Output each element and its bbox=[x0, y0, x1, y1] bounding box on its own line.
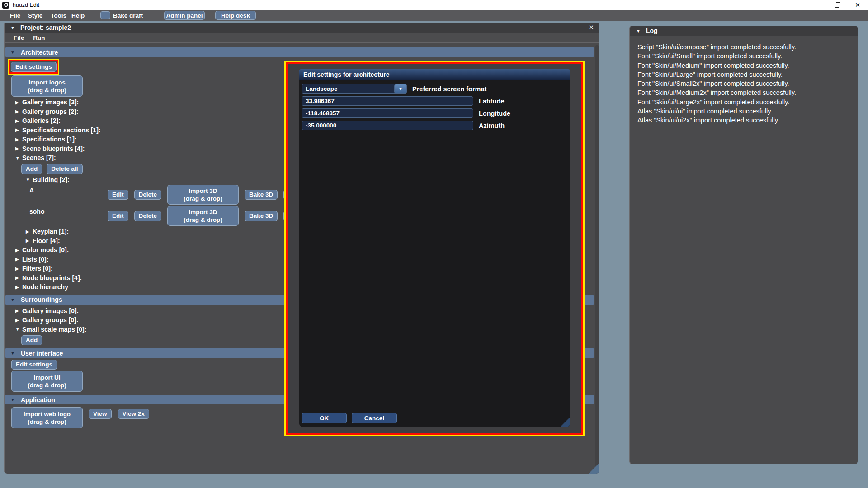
section-header-architecture[interactable]: ▼Architecture bbox=[5, 47, 594, 57]
dialog-resize-grip[interactable] bbox=[560, 417, 570, 427]
collapse-triangle-icon: ▼ bbox=[10, 25, 15, 30]
section-label: User interface bbox=[21, 350, 63, 357]
field-row-longitude: Longitude bbox=[302, 108, 570, 118]
app-menubar: File Style Tools Help Bake draft Admin p… bbox=[0, 10, 868, 21]
longitude-input[interactable] bbox=[302, 108, 473, 118]
ok-button[interactable]: OK bbox=[302, 413, 347, 423]
scene-soho-edit-button[interactable]: Edit bbox=[108, 211, 128, 221]
button-line: (drag & drop) bbox=[28, 86, 66, 94]
button-line: Import UI bbox=[33, 374, 60, 381]
button-line: (drag & drop) bbox=[28, 381, 66, 389]
window-controls: ✕ bbox=[806, 0, 868, 10]
web-logo-view-buttons: ViewView 2x bbox=[89, 409, 149, 419]
triangle-down-icon: ▼ bbox=[15, 155, 22, 160]
triangle-down-icon: ▼ bbox=[10, 297, 15, 302]
section-label: Application bbox=[21, 396, 55, 404]
bake-draft-checkbox[interactable] bbox=[100, 11, 110, 19]
import-web-logo-button[interactable]: Import web logo(drag & drop) bbox=[11, 407, 83, 428]
button-line: Import logos bbox=[28, 79, 66, 86]
tree-item-label: Small scale maps [0]: bbox=[22, 326, 86, 333]
help-desk-button[interactable]: Help desk bbox=[215, 11, 256, 20]
project-panel-menu: File Run bbox=[5, 33, 599, 43]
triangle-right-icon: ▶ bbox=[15, 137, 22, 142]
tree-item-label: Node blueprints [4]: bbox=[22, 274, 82, 282]
os-titlebar: hauzd Edit ✕ bbox=[0, 0, 868, 10]
triangle-right-icon: ▶ bbox=[26, 238, 33, 243]
field-label: Preferred screen format bbox=[412, 85, 486, 93]
log-line: Font "Skin/ui/Small" import completed su… bbox=[637, 52, 853, 61]
log-line: Atlas "Skin/ui/ui2x" import completed su… bbox=[637, 116, 853, 125]
architecture-edit-settings-button[interactable]: Edit settings bbox=[11, 62, 57, 72]
dialog-title[interactable]: Edit settings for architecture bbox=[299, 69, 570, 80]
tree-item-label: Node hierarchy bbox=[22, 283, 68, 291]
scene-a-bake-3d-button[interactable]: Bake 3D bbox=[245, 190, 278, 200]
preferred-screen-format-select[interactable]: Landscape ▼ bbox=[302, 84, 407, 94]
tree-item-label: Gallery images [3]: bbox=[22, 99, 79, 106]
scene-soho-bake-3d-button[interactable]: Bake 3D bbox=[245, 211, 278, 221]
scene-a-edit-button[interactable]: Edit bbox=[108, 190, 128, 200]
chevron-down-icon[interactable]: ▼ bbox=[394, 84, 407, 94]
tree-item-label: Lists [0]: bbox=[22, 256, 48, 263]
project-panel-scrollbar[interactable] bbox=[595, 45, 599, 472]
collapse-triangle-icon: ▼ bbox=[636, 28, 641, 33]
minimize-button[interactable] bbox=[806, 0, 826, 10]
project-menu-file[interactable]: File bbox=[14, 34, 24, 41]
highlight-box-yellow: Edit settings for architecture Landscape… bbox=[284, 61, 585, 436]
menu-tools[interactable]: Tools bbox=[51, 12, 66, 19]
project-panel-header[interactable]: ▼ Project: sample2 ✕ bbox=[5, 23, 599, 33]
project-menu-run[interactable]: Run bbox=[33, 34, 45, 41]
log-line: Atlas "Skin/ui/ui" import completed succ… bbox=[637, 107, 853, 116]
log-line: Font "Skin/ui/Small2x" import completed … bbox=[637, 79, 853, 88]
triangle-down-icon: ▼ bbox=[10, 50, 15, 55]
triangle-right-icon: ▶ bbox=[15, 275, 22, 280]
tree-item-label: Color mods [0]: bbox=[22, 246, 69, 253]
view-2x-button[interactable]: View 2x bbox=[118, 409, 149, 419]
tree-item-label: Filters [0]: bbox=[22, 265, 53, 272]
section-label: Surroundings bbox=[21, 296, 62, 303]
menu-style[interactable]: Style bbox=[28, 12, 42, 19]
log-line: Font "Skin/ui/Medium" import completed s… bbox=[637, 61, 853, 70]
log-lines: Script "Skin/ui/compose" import complete… bbox=[630, 36, 858, 125]
highlight-box: Edit settings bbox=[9, 60, 58, 74]
log-panel-header[interactable]: ▼ Log bbox=[630, 26, 858, 36]
dialog-footer: OK Cancel bbox=[302, 413, 570, 423]
latitude-input[interactable] bbox=[302, 96, 473, 106]
tree-item-label: Gallery images [0]: bbox=[22, 307, 79, 314]
tree-item-label: Gallery groups [2]: bbox=[22, 108, 78, 115]
restore-button[interactable] bbox=[826, 0, 847, 10]
import-ui-button[interactable]: Import UI(drag & drop) bbox=[11, 371, 83, 392]
log-line: Font "Skin/ui/Medium2x" import completed… bbox=[637, 88, 853, 97]
close-icon: ✕ bbox=[855, 2, 860, 8]
project-panel-close-icon[interactable]: ✕ bbox=[588, 23, 594, 32]
triangle-right-icon: ▶ bbox=[15, 109, 22, 114]
tree-item-label: Floor [4]: bbox=[33, 237, 60, 244]
triangle-right-icon: ▶ bbox=[15, 127, 22, 132]
window-title: hauzd Edit bbox=[13, 2, 39, 8]
scene-a-delete-button[interactable]: Delete bbox=[134, 190, 162, 200]
delete-all-button[interactable]: Delete all bbox=[47, 164, 82, 174]
triangle-down-icon: ▼ bbox=[10, 351, 15, 356]
tree-item-label: Building [2]: bbox=[33, 176, 70, 183]
log-line: Font "Skin/ui/Large" import completed su… bbox=[637, 70, 853, 79]
scene-soho-import-3d-button[interactable]: Import 3D(drag & drop) bbox=[167, 206, 239, 226]
tree-item-label: Gallery groups [0]: bbox=[22, 316, 78, 324]
button-line: Import 3D bbox=[189, 187, 217, 195]
cancel-button[interactable]: Cancel bbox=[352, 413, 397, 423]
user-interface-edit-settings-button[interactable]: Edit settings bbox=[11, 360, 57, 370]
triangle-down-icon: ▼ bbox=[10, 397, 15, 402]
add-button[interactable]: Add bbox=[21, 164, 42, 174]
add-button[interactable]: Add bbox=[21, 335, 42, 345]
admin-panel-button[interactable]: Admin panel bbox=[164, 11, 205, 20]
scene-soho-delete-button[interactable]: Delete bbox=[134, 211, 162, 221]
azimuth-input[interactable] bbox=[302, 121, 473, 130]
menu-file[interactable]: File bbox=[10, 12, 20, 19]
close-button[interactable]: ✕ bbox=[847, 0, 868, 10]
desktop: hauzd Edit ✕ File Style Tools Help Bake … bbox=[0, 0, 868, 488]
button-line: Import 3D bbox=[189, 208, 217, 216]
view-button[interactable]: View bbox=[89, 409, 112, 419]
scene-a-import-3d-button[interactable]: Import 3D(drag & drop) bbox=[167, 185, 239, 205]
field-label: Latitude bbox=[479, 98, 504, 105]
import-logos-button[interactable]: Import logos(drag & drop) bbox=[11, 75, 83, 97]
menu-help[interactable]: Help bbox=[71, 12, 85, 19]
project-panel-resize-grip[interactable] bbox=[589, 463, 599, 474]
